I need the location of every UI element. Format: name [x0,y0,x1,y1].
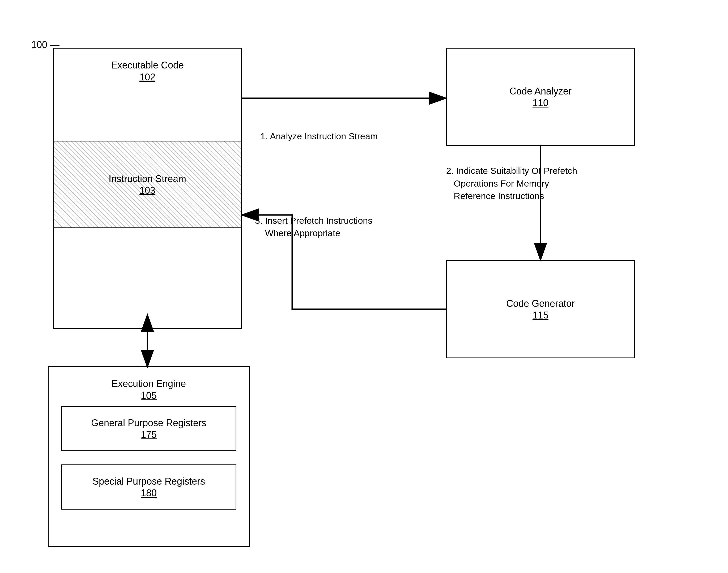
code-analyzer-title: Code Analyzer [509,85,572,98]
gpr-number: 175 [141,429,157,440]
arrow2-label: 2. Indicate Suitability Of Prefetch Oper… [446,164,577,203]
code-generator-number: 115 [533,310,548,321]
code-analyzer-number: 110 [533,97,548,109]
code-generator-box: Code Generator 115 [446,260,635,358]
execution-engine-number: 105 [141,390,157,401]
arrow1-label: 1. Analyze Instruction Stream [260,130,378,143]
special-purpose-registers-box: Special Purpose Registers 180 [61,464,236,510]
spr-number: 180 [141,487,157,499]
code-analyzer-box: Code Analyzer 110 [446,48,635,146]
execution-engine-box: Execution Engine 105 [48,366,250,547]
arrow3-label: 3. Insert Prefetch Instructions Where Ap… [255,202,372,240]
code-generator-title: Code Generator [506,298,575,310]
execution-engine-title: Execution Engine [111,378,186,389]
executable-code-number: 102 [139,72,155,83]
instruction-stream-hatch [53,141,242,228]
executable-code-title: Executable Code [111,60,184,70]
general-purpose-registers-box: General Purpose Registers 175 [61,406,236,451]
spr-title: Special Purpose Registers [92,475,205,488]
gpr-title: General Purpose Registers [91,417,206,429]
diagram: 100 — Executable Code 102 Instruction St… [0,0,728,573]
